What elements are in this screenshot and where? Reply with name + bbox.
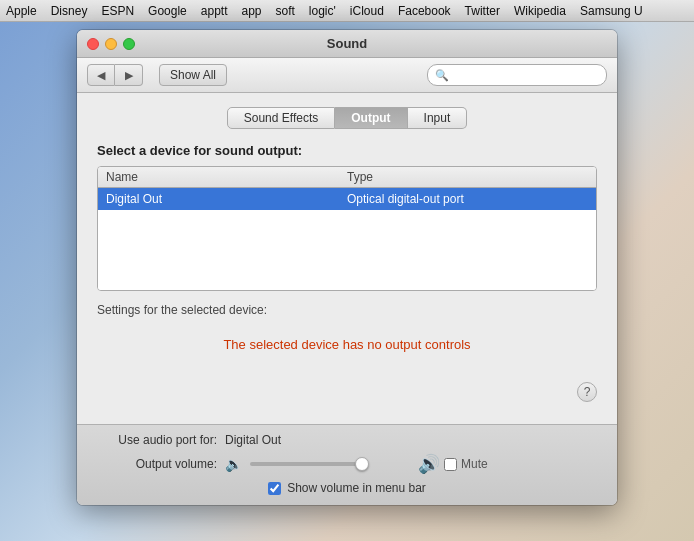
nav-buttons: ◀ ▶ [87, 64, 143, 86]
output-volume-label: Output volume: [97, 457, 217, 471]
section-title: Select a device for sound output: [97, 143, 597, 158]
title-bar: Sound [77, 30, 617, 58]
audio-port-value: Digital Out [225, 433, 281, 447]
col-type: Type [347, 170, 588, 184]
menu-app[interactable]: app [241, 4, 261, 18]
menu-twitter[interactable]: Twitter [465, 4, 500, 18]
bottom-bar: Use audio port for: Digital Out Output v… [77, 424, 617, 505]
menu-google[interactable]: Google [148, 4, 187, 18]
menu-facebook[interactable]: Facebook [398, 4, 451, 18]
close-button[interactable] [87, 38, 99, 50]
volume-high-icon: 🔊 [418, 453, 440, 475]
no-controls-text: The selected device has no output contro… [97, 327, 597, 382]
mute-checkbox[interactable] [444, 458, 457, 471]
menu-apptt[interactable]: apptt [201, 4, 228, 18]
menu-samsung[interactable]: Samsung U [580, 4, 643, 18]
show-volume-label: Show volume in menu bar [287, 481, 426, 495]
settings-label: Settings for the selected device: [97, 303, 597, 317]
show-volume-checkbox[interactable] [268, 482, 281, 495]
menubar: Apple Disney ESPN Google apptt app soft … [0, 0, 694, 22]
search-input[interactable] [427, 64, 607, 86]
show-all-button[interactable]: Show All [159, 64, 227, 86]
menu-wikipedia[interactable]: Wikipedia [514, 4, 566, 18]
volume-row: Output volume: 🔈 🔊 Mute [97, 453, 597, 475]
tabs: Sound Effects Output Input [97, 107, 597, 129]
tab-output[interactable]: Output [335, 107, 407, 129]
sound-window: Sound ◀ ▶ Show All 🔍 Sound Effects Outpu… [77, 30, 617, 505]
minimize-button[interactable] [105, 38, 117, 50]
menu-icloud[interactable]: iCloud [350, 4, 384, 18]
search-wrapper: 🔍 [427, 64, 607, 86]
window-title: Sound [327, 36, 367, 51]
menu-logic[interactable]: logic' [309, 4, 336, 18]
menu-espn[interactable]: ESPN [101, 4, 134, 18]
toolbar: ◀ ▶ Show All 🔍 [77, 58, 617, 93]
show-volume-row: Show volume in menu bar [97, 481, 597, 495]
menu-disney[interactable]: Disney [51, 4, 88, 18]
table-row[interactable]: Digital Out Optical digital-out port [98, 188, 596, 210]
help-button[interactable]: ? [577, 382, 597, 402]
menu-soft[interactable]: soft [276, 4, 295, 18]
audio-port-label: Use audio port for: [97, 433, 217, 447]
mute-label: Mute [461, 457, 488, 471]
forward-button[interactable]: ▶ [115, 64, 143, 86]
volume-thumb[interactable] [355, 457, 369, 471]
device-type: Optical digital-out port [347, 192, 588, 206]
content-area: Sound Effects Output Input Select a devi… [77, 93, 617, 424]
menu-apple[interactable]: Apple [6, 4, 37, 18]
device-table: Name Type Digital Out Optical digital-ou… [97, 166, 597, 291]
device-name: Digital Out [106, 192, 347, 206]
col-name: Name [106, 170, 347, 184]
maximize-button[interactable] [123, 38, 135, 50]
mute-row: Mute [444, 457, 488, 471]
traffic-lights [87, 38, 135, 50]
help-btn-wrapper: ? [97, 382, 597, 410]
volume-slider[interactable] [250, 462, 410, 466]
table-empty-area [98, 210, 596, 290]
table-header: Name Type [98, 167, 596, 188]
tab-input[interactable]: Input [408, 107, 468, 129]
tab-sound-effects[interactable]: Sound Effects [227, 107, 336, 129]
volume-low-icon: 🔈 [225, 456, 242, 472]
back-button[interactable]: ◀ [87, 64, 115, 86]
audio-port-row: Use audio port for: Digital Out [97, 433, 597, 447]
